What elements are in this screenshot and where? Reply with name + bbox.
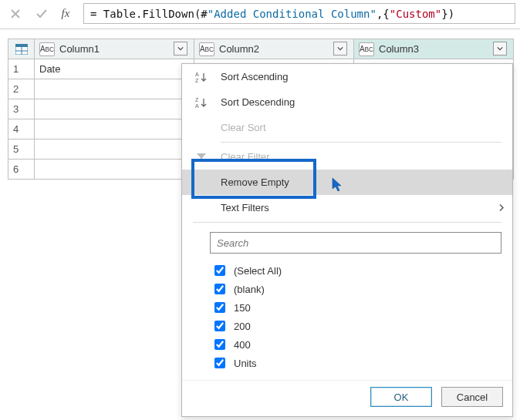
filter-search-row — [182, 224, 512, 258]
formula-token-close: ) — [448, 8, 454, 20]
filter-clear-icon — [193, 152, 210, 163]
cell[interactable] — [35, 79, 194, 99]
cell[interactable] — [35, 160, 194, 180]
cell[interactable] — [35, 139, 194, 160]
menu-sort-descending[interactable]: ZA Sort Descending — [182, 89, 512, 115]
column-header-label: Column2 — [219, 43, 259, 55]
cell[interactable]: Date — [35, 59, 194, 79]
svg-text:Z: Z — [195, 78, 199, 83]
formula-token-brace-close: } — [441, 8, 447, 20]
menu-label: Clear Filter — [221, 151, 270, 163]
menu-separator — [193, 222, 501, 223]
filter-value-list: (Select All) (blank) 150 200 400 Units — [182, 258, 512, 380]
menu-label: Sort Descending — [221, 96, 295, 108]
filter-value-item[interactable]: (Select All) — [211, 261, 501, 280]
menu-sort-ascending[interactable]: AZ Sort Ascending — [182, 64, 512, 89]
formula-token-arg1: "Added Conditional Column" — [208, 8, 376, 20]
menu-text-filters[interactable]: Text Filters — [182, 195, 512, 220]
filter-checkbox[interactable] — [214, 265, 225, 276]
formula-token-comma: , — [376, 8, 383, 20]
cancel-formula-button[interactable] — [5, 3, 26, 24]
filter-dropdown-panel: AZ Sort Ascending ZA Sort Descending Cle… — [181, 63, 513, 417]
filter-checkbox[interactable] — [214, 284, 225, 294]
svg-text:A: A — [195, 72, 199, 77]
column-header-label: Column3 — [379, 43, 419, 55]
filter-value-label: (blank) — [234, 284, 265, 295]
formula-token-arg2: "Custom" — [390, 8, 441, 20]
close-icon — [10, 8, 21, 19]
chevron-down-icon — [337, 45, 343, 52]
filter-value-item[interactable]: Units — [211, 354, 501, 372]
column-header-label: Column1 — [59, 43, 100, 55]
formula-bar: fx = Table.FillDown(#"Added Conditional … — [0, 0, 520, 29]
filter-checkbox[interactable] — [214, 302, 225, 313]
ok-button[interactable]: OK — [370, 387, 432, 407]
dialog-button-row: OK Cancel — [182, 380, 512, 416]
menu-label: Text Filters — [221, 202, 269, 213]
filter-value-label: 150 — [234, 302, 251, 314]
cancel-button[interactable]: Cancel — [441, 387, 503, 407]
filter-search-input[interactable] — [210, 232, 501, 254]
svg-text:Z: Z — [195, 97, 199, 102]
type-any-icon: ABC — [199, 42, 214, 56]
filter-value-item[interactable]: 200 — [211, 317, 501, 335]
row-number: 4 — [8, 119, 35, 139]
confirm-formula-button[interactable] — [31, 3, 52, 24]
column-header-1[interactable]: ABC Column1 — [35, 39, 194, 59]
formula-token-hash: # — [201, 8, 207, 20]
filter-value-label: (Select All) — [234, 265, 282, 277]
type-any-icon: ABC — [359, 42, 374, 56]
column-dropdown-button[interactable] — [174, 42, 187, 55]
cell[interactable] — [35, 99, 194, 119]
filter-value-label: 400 — [234, 339, 251, 351]
cell[interactable] — [35, 119, 194, 139]
menu-label: Remove Empty — [221, 176, 289, 188]
formula-token-eq: = — [90, 8, 103, 20]
filter-value-label: Units — [234, 358, 257, 369]
filter-checkbox[interactable] — [214, 358, 225, 368]
row-number: 2 — [8, 79, 35, 99]
fx-icon: fx — [57, 3, 79, 24]
row-number: 6 — [8, 160, 35, 180]
menu-label: Clear Sort — [221, 122, 266, 133]
svg-text:A: A — [195, 103, 199, 109]
column-header-3[interactable]: ABC Column3 — [354, 39, 514, 59]
column-dropdown-button[interactable] — [493, 42, 507, 55]
menu-label: Sort Ascending — [221, 71, 288, 82]
filter-value-label: 200 — [234, 321, 251, 332]
row-number: 1 — [8, 59, 35, 79]
sort-desc-icon: ZA — [193, 96, 210, 109]
column-dropdown-button[interactable] — [333, 42, 347, 55]
menu-remove-empty[interactable]: Remove Empty — [182, 170, 512, 195]
row-number: 3 — [8, 99, 35, 119]
chevron-down-icon — [497, 45, 503, 52]
row-number: 5 — [8, 139, 35, 160]
filter-value-item[interactable]: (blank) — [211, 280, 501, 298]
svg-rect-1 — [15, 44, 28, 47]
check-icon — [35, 8, 48, 19]
table-corner[interactable] — [8, 39, 35, 59]
type-any-icon: ABC — [39, 42, 55, 56]
sort-asc-icon: AZ — [193, 71, 210, 83]
menu-clear-sort: Clear Sort — [182, 115, 512, 140]
filter-value-item[interactable]: 400 — [211, 335, 501, 354]
column-header-2[interactable]: ABC Column2 — [194, 39, 354, 59]
formula-token-brace-open: { — [383, 8, 389, 20]
table-icon — [13, 39, 29, 59]
menu-clear-filter: Clear Filter — [182, 144, 512, 170]
formula-token-fn: Table.FillDown — [103, 8, 194, 20]
filter-value-item[interactable]: 150 — [211, 298, 501, 317]
chevron-down-icon — [177, 45, 184, 52]
filter-checkbox[interactable] — [214, 321, 225, 331]
formula-input[interactable]: = Table.FillDown(#"Added Conditional Col… — [83, 3, 515, 24]
formula-token-open: ( — [194, 8, 201, 20]
filter-checkbox[interactable] — [214, 339, 225, 350]
menu-separator — [221, 142, 501, 143]
chevron-right-icon — [498, 202, 505, 213]
